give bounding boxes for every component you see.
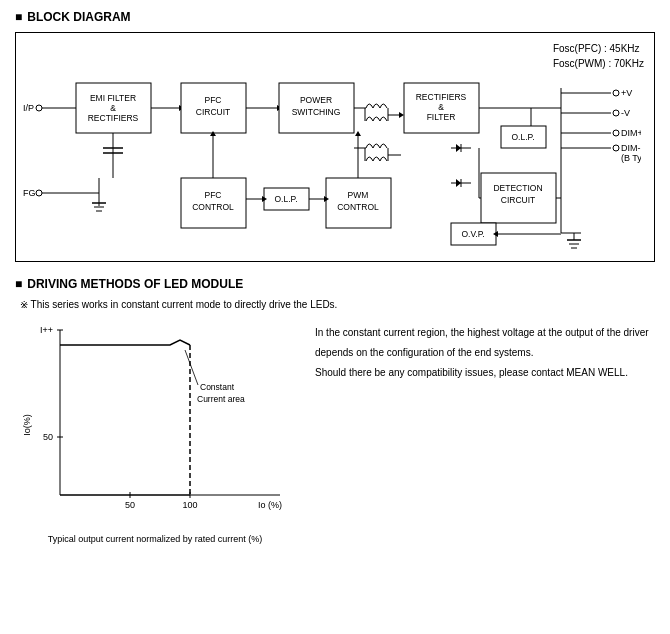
driving-title: DRIVING METHODS OF LED MODULE <box>15 277 655 291</box>
arrow-up2 <box>355 131 361 136</box>
coil2-right <box>366 157 387 161</box>
fg-terminal-dot <box>36 190 42 196</box>
det-text1: DETECTION <box>493 183 542 193</box>
emi-text1: EMI FILTER <box>90 93 136 103</box>
coil-left <box>366 104 387 108</box>
coil2-left <box>366 144 387 148</box>
pwm-text1: PWM <box>348 190 369 200</box>
fg-label: FG <box>23 188 36 198</box>
nv-label: -V <box>621 108 630 118</box>
pfc-ctrl-text1: PFC <box>205 190 222 200</box>
rf-text2: & <box>438 102 444 112</box>
olp2-text: O.L.P. <box>275 194 298 204</box>
pfc-circuit-text1: PFC <box>205 95 222 105</box>
y-top-label: I++ <box>40 325 53 335</box>
emi-text2: & <box>110 103 116 113</box>
diode2 <box>456 179 461 187</box>
x-axis-label: Io (%) <box>258 500 282 510</box>
desc-line1: In the constant current region, the high… <box>315 325 655 341</box>
arrow3 <box>399 112 404 118</box>
btype-label: (B Type) <box>621 153 641 163</box>
constant-area-text2: Current area <box>197 394 245 404</box>
description-text: In the constant current region, the high… <box>315 320 655 520</box>
ps-text2: SWITCHING <box>292 107 341 117</box>
det-text2: CIRCUIT <box>501 195 535 205</box>
graph-caption: Typical output current normalized by rat… <box>15 534 295 544</box>
y-50-label: 50 <box>43 432 53 442</box>
rf-text3: FILTER <box>427 112 456 122</box>
dimp-label: DIM+ <box>621 128 641 138</box>
pv-label: +V <box>621 88 632 98</box>
pwm-text2: CONTROL <box>337 202 379 212</box>
driving-section: DRIVING METHODS OF LED MODULE ※ This ser… <box>15 277 655 520</box>
ovp-text: O.V.P. <box>461 229 484 239</box>
block-diagram-svg: I/P FG EMI FILTER & RECTIFIERS <box>21 48 641 263</box>
y-axis-label: Io(%) <box>22 414 32 436</box>
dimm-label: DIM- <box>621 143 641 153</box>
diode1 <box>456 144 461 152</box>
pfc-ctrl-text2: CONTROL <box>192 202 234 212</box>
block-diagram-title: BLOCK DIAGRAM <box>15 10 655 24</box>
desc-line2: depends on the configuration of the end … <box>315 345 655 361</box>
ip-label: I/P <box>23 103 34 113</box>
emi-text3: RECTIFIERS <box>88 113 139 123</box>
driving-content: Io(%) I++ 50 50 100 Io (%) <box>15 320 655 520</box>
annotation-line <box>185 350 198 385</box>
block-diagram-section: BLOCK DIAGRAM Fosc(PFC) : 45KHz Fosc(PWM… <box>15 10 655 262</box>
x-100-label: 100 <box>182 500 197 510</box>
coil-right <box>366 117 387 121</box>
pfc-circuit-text2: CIRCUIT <box>196 107 230 117</box>
pv-dot <box>613 90 619 96</box>
driving-note: ※ This series works in constant current … <box>20 299 655 310</box>
nv-dot <box>613 110 619 116</box>
desc-line3: Should there be any compatibility issues… <box>315 365 655 381</box>
dimp-dot <box>613 130 619 136</box>
rf-text1: RECTIFIERS <box>416 92 467 102</box>
driving-graph: Io(%) I++ 50 50 100 Io (%) <box>15 320 295 530</box>
dimm-dot <box>613 145 619 151</box>
graph-container: Io(%) I++ 50 50 100 Io (%) <box>15 320 295 520</box>
olp1-text: O.L.P. <box>512 132 535 142</box>
curve-solid <box>60 340 190 345</box>
ip-terminal-dot <box>36 105 42 111</box>
x-50-label: 50 <box>125 500 135 510</box>
constant-area-text1: Constant <box>200 382 235 392</box>
ps-text1: POWER <box>300 95 332 105</box>
